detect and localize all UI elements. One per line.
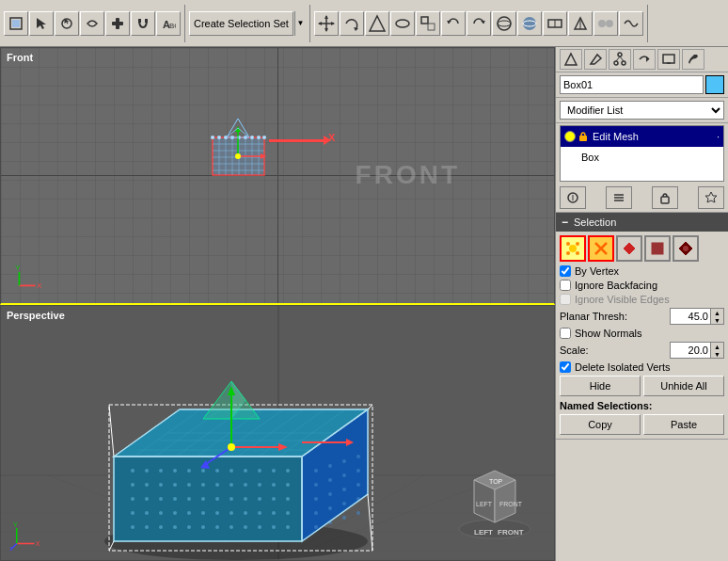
- settings-btn[interactable]: [698, 186, 724, 209]
- svg-point-172: [342, 516, 346, 520]
- toolbar-btn-4[interactable]: [80, 11, 104, 36]
- svg-point-99: [229, 483, 233, 487]
- edit-mesh-label: Edit Mesh: [593, 131, 639, 142]
- toolbar-btn-sphere2[interactable]: [517, 11, 542, 36]
- ignore-backfacing-checkbox[interactable]: [560, 280, 571, 291]
- planar-thresh-down[interactable]: ▼: [711, 316, 723, 324]
- toolbar-btn-select[interactable]: [29, 11, 54, 36]
- panel-header-row: [556, 47, 728, 72]
- lock-btn[interactable]: [652, 186, 678, 209]
- rollout-header-selection[interactable]: − Selection: [556, 213, 728, 232]
- by-vertex-checkbox[interactable]: [560, 265, 571, 277]
- vertex-sel-btn[interactable]: [560, 235, 586, 262]
- modifier-list-row: Modifier List: [556, 98, 728, 123]
- toolbar-btn-extra4[interactable]: [619, 11, 643, 36]
- hide-btn[interactable]: Hide: [560, 376, 641, 396]
- toolbar-btn-text[interactable]: ABC: [156, 11, 181, 36]
- object-name-input[interactable]: [560, 75, 704, 94]
- svg-rect-7: [138, 19, 141, 23]
- toolbar-btn-1[interactable]: [4, 11, 28, 36]
- planar-thresh-input[interactable]: [670, 308, 711, 325]
- panel-icon-modify[interactable]: [584, 49, 607, 70]
- svg-point-104: [131, 497, 135, 501]
- element-sel-btn[interactable]: [673, 235, 699, 262]
- show-normals-checkbox[interactable]: [560, 328, 571, 339]
- svg-marker-224: [705, 192, 717, 202]
- nav-cube[interactable]: LEFT FRONT TOP LEFT FRONT: [455, 461, 535, 541]
- panel-icon-display[interactable]: [657, 49, 680, 70]
- viewport-perspective[interactable]: Perspective: [0, 305, 555, 562]
- main-area: Front: [0, 47, 728, 561]
- svg-point-210: [614, 61, 618, 65]
- planar-thresh-up[interactable]: ▲: [711, 309, 723, 316]
- svg-point-225: [569, 245, 577, 252]
- face-sel-btn[interactable]: [616, 235, 642, 262]
- toolbar-btn-extra1[interactable]: [543, 11, 567, 36]
- svg-rect-1: [12, 20, 20, 27]
- svg-point-91: [286, 469, 290, 473]
- create-selection-dropdown[interactable]: ▼: [294, 11, 306, 36]
- panel-icon-hierarchy[interactable]: [609, 49, 631, 70]
- copy-btn[interactable]: Copy: [560, 414, 641, 435]
- toolbar-btn-sphere[interactable]: [492, 11, 516, 36]
- toolbar-btn-magnet[interactable]: [131, 11, 155, 36]
- toolbar-btn-extra3[interactable]: [593, 11, 618, 36]
- toolbar: ABC Create Selection Set ▼: [0, 0, 728, 47]
- scale-row: Scale: ▲ ▼: [560, 342, 724, 359]
- unhide-all-btn[interactable]: Unhide All: [643, 376, 724, 396]
- svg-point-226: [566, 242, 570, 246]
- svg-point-87: [229, 469, 233, 473]
- viewport-front[interactable]: Front: [0, 47, 555, 305]
- paste-btn[interactable]: Paste: [643, 414, 724, 435]
- scale-input[interactable]: [670, 342, 711, 359]
- delete-isolated-checkbox[interactable]: [560, 361, 571, 373]
- ignore-visible-checkbox[interactable]: [560, 294, 571, 305]
- svg-point-100: [244, 483, 247, 487]
- panel-icon-utility[interactable]: [682, 49, 704, 70]
- toolbar-btn-undo[interactable]: [441, 11, 466, 36]
- delete-isolated-label: Delete Isolated Verts: [575, 361, 671, 373]
- toolbar-btn-squash[interactable]: [390, 11, 415, 36]
- modifier-edit-mesh[interactable]: Edit Mesh ·: [561, 126, 723, 147]
- scale-down[interactable]: ▼: [711, 350, 723, 358]
- toolbar-btn-extra2[interactable]: [568, 11, 593, 36]
- toolbar-btn-3[interactable]: [55, 11, 79, 36]
- svg-point-109: [201, 497, 205, 501]
- svg-point-111: [229, 497, 233, 501]
- svg-point-86: [215, 469, 219, 473]
- by-vertex-label: By Vertex: [575, 265, 619, 277]
- toolbar-btn-5[interactable]: [105, 11, 130, 36]
- toolbar-btn-redo[interactable]: [467, 11, 491, 36]
- toolbar-btn-scale[interactable]: [365, 11, 389, 36]
- svg-line-181: [368, 494, 372, 551]
- pin-btn[interactable]: [560, 186, 586, 209]
- svg-point-23: [498, 21, 511, 26]
- front-viewport-label: Front: [7, 52, 33, 63]
- svg-point-90: [272, 469, 276, 473]
- svg-point-162: [314, 497, 318, 501]
- svg-line-179: [368, 405, 372, 409]
- polygon-sel-btn[interactable]: [644, 235, 671, 262]
- svg-point-81: [145, 469, 149, 473]
- svg-point-136: [244, 525, 247, 529]
- svg-marker-12: [324, 28, 328, 32]
- svg-point-85: [201, 469, 205, 473]
- edge-sel-btn[interactable]: [588, 235, 614, 262]
- ignore-visible-label: Ignore Visible Edges: [575, 294, 670, 305]
- selection-rollout: − Selection: [556, 213, 728, 440]
- rollout-selection-content: By Vertex Ignore Backfacing Ignore Visib…: [556, 232, 728, 439]
- create-selection-btn[interactable]: Create Selection Set: [189, 11, 293, 36]
- svg-point-156: [342, 459, 346, 463]
- scale-up[interactable]: ▲: [711, 343, 723, 350]
- panel-icon-motion[interactable]: [633, 49, 656, 70]
- configure-btn[interactable]: [606, 186, 632, 209]
- modifier-box[interactable]: Box: [561, 147, 723, 168]
- toolbar-btn-ref[interactable]: [416, 11, 440, 36]
- front-mesh-gizmo: [203, 109, 278, 184]
- panel-icon-create[interactable]: [560, 49, 582, 70]
- toolbar-btn-rotate[interactable]: [340, 11, 364, 36]
- object-color-swatch[interactable]: [705, 75, 724, 94]
- svg-point-167: [328, 506, 332, 510]
- modifier-list-dropdown[interactable]: Modifier List: [560, 101, 724, 120]
- toolbar-btn-move[interactable]: [314, 11, 339, 36]
